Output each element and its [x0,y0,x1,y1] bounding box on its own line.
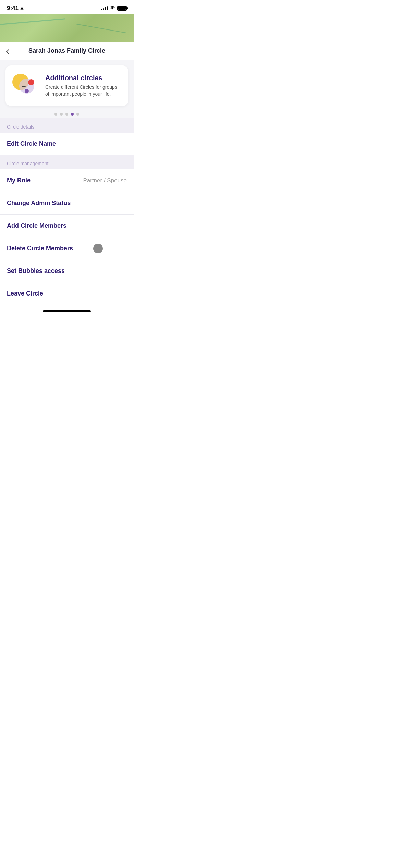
dot-1[interactable] [54,113,57,116]
edit-circle-name-label: Edit Circle Name [7,140,56,147]
home-bar [43,310,91,312]
nav-header: Sarah Jonas Family Circle [0,42,134,60]
my-role-item[interactable]: My Role Partner / Spouse [0,169,134,192]
delete-circle-members-item[interactable]: Delete Circle Members [0,237,134,260]
leave-circle-label: Leave Circle [7,290,43,297]
circle-management-menu: My Role Partner / Spouse Change Admin St… [0,169,134,305]
svg-point-0 [112,10,112,10]
page-title: Sarah Jonas Family Circle [28,47,105,55]
delete-circle-members-label: Delete Circle Members [7,245,73,252]
circle-details-menu: Edit Circle Name [0,133,134,155]
card-text: Additional circles Create different Circ… [45,74,121,97]
circle-management-section-header: Circle management [0,155,134,169]
add-circle-members-label: Add Circle Members [7,222,66,229]
carousel-card: + Additional circles Create different Ci… [5,65,128,106]
floating-dot [93,244,103,253]
plus-icon: + [22,83,26,90]
card-description: Create different Circles for groups of i… [45,84,121,97]
home-indicator [0,305,134,315]
circles-illustration: + [12,74,40,98]
status-bar: 9:41 [0,0,134,14]
location-arrow-icon [20,6,24,10]
red-circle [28,79,34,85]
card-title: Additional circles [45,74,121,82]
back-arrow-icon [6,49,11,54]
my-role-value: Partner / Spouse [83,177,127,184]
wifi-icon [110,5,115,11]
set-bubbles-access-item[interactable]: Set Bubbles access [0,260,134,282]
dot-4[interactable] [71,113,74,116]
change-admin-status-label: Change Admin Status [7,200,71,207]
battery-icon [117,6,127,11]
dot-5[interactable] [76,113,79,116]
signal-icon [101,6,108,10]
add-circle-members-item[interactable]: Add Circle Members [0,215,134,237]
back-button[interactable] [7,47,10,56]
set-bubbles-access-label: Set Bubbles access [7,267,65,275]
carousel-container: + Additional circles Create different Ci… [0,60,134,109]
time-display: 9:41 [7,5,19,12]
edit-circle-name-item[interactable]: Edit Circle Name [0,133,134,155]
map-background [0,14,134,42]
change-admin-status-item[interactable]: Change Admin Status [0,192,134,215]
my-role-label: My Role [7,177,31,184]
content-area: + Additional circles Create different Ci… [0,60,134,305]
circle-management-label: Circle management [7,161,48,166]
dot-3[interactable] [65,113,68,116]
status-icons [101,5,127,11]
carousel-dots [0,109,134,118]
circle-details-section-header: Circle details [0,118,134,133]
leave-circle-item[interactable]: Leave Circle [0,282,134,305]
circle-details-label: Circle details [7,124,34,130]
status-time: 9:41 [7,5,24,12]
dot-2[interactable] [60,113,63,116]
